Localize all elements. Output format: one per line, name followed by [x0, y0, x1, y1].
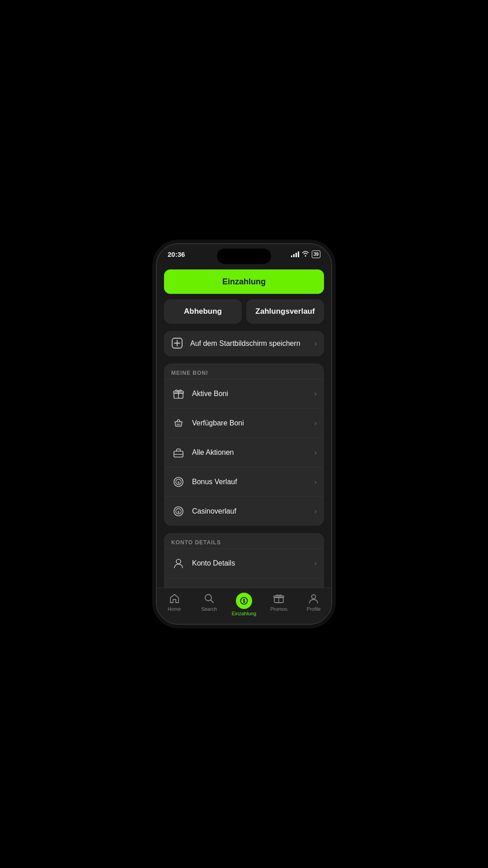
- deposit-button[interactable]: Einzahlung: [164, 269, 324, 294]
- svg-point-17: [176, 559, 181, 564]
- promos-icon: [273, 593, 285, 604]
- nav-home[interactable]: Home: [157, 593, 192, 612]
- konto-details-chevron: ›: [314, 559, 317, 567]
- wifi-icon: [302, 250, 309, 258]
- dynamic-island: [217, 249, 271, 264]
- casinoverlauf-chevron: ›: [314, 507, 317, 515]
- konto-details-header: KONTO DETAILS: [164, 533, 324, 548]
- svg-text:$: $: [178, 510, 180, 514]
- action-row: Abhebung Zahlungsverlauf: [164, 299, 324, 324]
- bonus-verlauf-item[interactable]: $ Bonus Verlauf ›: [164, 467, 324, 496]
- nav-promos[interactable]: Promos: [262, 593, 296, 612]
- signal-icon: [291, 251, 299, 257]
- verfuegbare-boni-chevron: ›: [314, 419, 317, 427]
- casino-history-icon: $: [171, 504, 186, 519]
- bonus-verlauf-label: Bonus Verlauf: [192, 478, 314, 486]
- casinoverlauf-item[interactable]: $ Casinoverlauf ›: [164, 496, 324, 526]
- nav-search[interactable]: Search: [192, 593, 226, 612]
- nav-einzahlung-label: Einzahlung: [232, 611, 256, 616]
- nav-profile-label: Profile: [307, 606, 321, 612]
- bonus-history-icon: $: [171, 475, 186, 489]
- basket-icon: [171, 416, 186, 430]
- nav-profile[interactable]: Profile: [296, 593, 331, 612]
- payment-history-button[interactable]: Zahlungsverlauf: [246, 299, 324, 324]
- verfuegbare-boni-label: Verfügbare Boni: [192, 419, 314, 427]
- save-to-homescreen-row[interactable]: Auf dem Startbildschirm speichern ›: [164, 331, 324, 356]
- aktive-boni-label: Aktive Boni: [192, 390, 314, 398]
- konto-details-label: Konto Details: [192, 559, 314, 567]
- status-bar: 20:36 39: [157, 244, 331, 264]
- svg-text:$: $: [243, 599, 245, 604]
- bottom-nav: Home Search $ Einzahlung: [157, 588, 331, 624]
- alle-aktionen-label: Alle Aktionen: [192, 448, 314, 457]
- search-icon: [203, 593, 215, 604]
- main-content: Einzahlung Abhebung Zahlungsverlauf Auf …: [157, 264, 331, 624]
- top-section: Einzahlung Abhebung Zahlungsverlauf Auf …: [157, 264, 331, 356]
- add-to-homescreen-icon: [171, 337, 184, 350]
- gift-icon: [171, 387, 186, 401]
- alle-aktionen-chevron: ›: [314, 448, 317, 457]
- status-time: 20:36: [168, 250, 185, 258]
- aktive-boni-chevron: ›: [314, 390, 317, 398]
- save-to-homescreen-label: Auf dem Startbildschirm speichern: [190, 340, 314, 348]
- phone-frame: 20:36 39: [156, 243, 332, 625]
- status-icons: 39: [291, 250, 320, 258]
- save-chevron-icon: ›: [314, 340, 317, 348]
- profile-icon: [308, 593, 319, 604]
- withdrawal-button[interactable]: Abhebung: [164, 299, 242, 324]
- nav-einzahlung[interactable]: $ Einzahlung: [226, 593, 261, 616]
- meine-boni-section: MEINE BONI Aktive Boni ›: [164, 363, 324, 526]
- nav-promos-label: Promos: [270, 606, 287, 612]
- briefcase-icon: [171, 445, 186, 460]
- konto-details-item[interactable]: Konto Details ›: [164, 548, 324, 578]
- svg-point-31: [312, 595, 316, 599]
- nav-search-label: Search: [201, 606, 217, 612]
- einzahlung-nav-icon: $: [236, 593, 252, 609]
- verfuegbare-boni-item[interactable]: Verfügbare Boni ›: [164, 408, 324, 438]
- meine-boni-header: MEINE BONI: [164, 363, 324, 379]
- bonus-verlauf-chevron: ›: [314, 478, 317, 486]
- svg-line-25: [211, 600, 213, 603]
- home-icon: [169, 593, 180, 604]
- casinoverlauf-label: Casinoverlauf: [192, 507, 314, 515]
- aktive-boni-item[interactable]: Aktive Boni ›: [164, 379, 324, 408]
- battery-icon: 39: [312, 250, 320, 258]
- account-icon: [171, 556, 186, 571]
- nav-home-label: Home: [168, 606, 181, 612]
- svg-text:$: $: [178, 481, 180, 485]
- alle-aktionen-item[interactable]: Alle Aktionen ›: [164, 438, 324, 467]
